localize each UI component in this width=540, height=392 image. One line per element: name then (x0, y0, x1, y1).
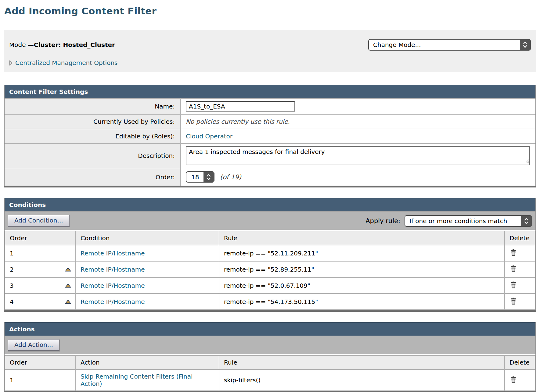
delete-trash-icon[interactable] (509, 265, 517, 273)
settings-row-name: Name: (5, 98, 535, 114)
apply-rule-wrap: Apply rule: If one or more conditions ma… (365, 215, 532, 227)
roles-label: Editable by (Roles): (5, 129, 181, 143)
move-up-icon[interactable] (65, 299, 71, 304)
condition-link[interactable]: Remote IP/Hostname (81, 282, 145, 289)
description-label: Description: (5, 144, 181, 168)
column-action: Action (76, 355, 219, 369)
action-order: 1 (5, 369, 76, 391)
condition-order: 4 (10, 298, 14, 305)
order-label: Order: (5, 168, 181, 186)
condition-rule: remote-ip == "52.0.67.109" (219, 277, 505, 294)
settings-row-description: Description: Area 1 inspected messages f… (5, 143, 535, 168)
page: Add Incoming Content Filter Mode —Cluste… (0, 0, 540, 392)
mode-prefix: Mode (9, 41, 28, 48)
action-link[interactable]: Skip Remaining Content Filters (Final Ac… (81, 373, 193, 387)
resize-grip-icon[interactable] (525, 157, 529, 164)
select-stepper-icon (203, 172, 214, 182)
actions-table: Order Action Rule Delete 1 Skip Remainin… (5, 355, 535, 391)
change-mode-select[interactable]: Change Mode... (368, 39, 531, 51)
mode-panel: Mode —Cluster: Hosted_Cluster Change Mod… (4, 30, 536, 72)
apply-rule-selected-value: If one or more conditions match (405, 216, 521, 226)
conditions-table: Order Condition Rule Delete 1 Remote IP/… (5, 231, 535, 310)
conditions-toolbar: Add Condition... Apply rule: If one or m… (5, 211, 535, 231)
settings-header: Content Filter Settings (5, 85, 535, 98)
order-selected-value: 18 (186, 172, 203, 182)
page-title: Add Incoming Content Filter (4, 5, 536, 16)
centralized-management-row: Centralized Management Options (9, 59, 531, 66)
column-delete: Delete (505, 355, 535, 369)
actions-header-row: Order Action Rule Delete (5, 355, 535, 369)
condition-order: 1 (5, 245, 76, 261)
name-label: Name: (5, 99, 181, 114)
condition-rule: remote-ip == "52.11.209.211" (219, 245, 505, 261)
select-stepper-icon (521, 216, 531, 226)
select-stepper-icon (520, 40, 530, 50)
name-input[interactable] (186, 101, 295, 112)
order-total: (of 19) (220, 173, 241, 181)
policies-label: Currently Used by Policies: (5, 115, 181, 129)
condition-link[interactable]: Remote IP/Hostname (81, 298, 145, 305)
condition-row: 1 Remote IP/Hostname remote-ip == "52.11… (5, 245, 535, 261)
actions-section: Actions Add Action... Order Action Rule … (4, 322, 536, 392)
action-rule: skip-filters() (219, 369, 505, 391)
add-condition-button[interactable]: Add Condition... (8, 215, 70, 227)
delete-trash-icon[interactable] (509, 248, 517, 256)
mode-row: Mode —Cluster: Hosted_Cluster Change Mod… (9, 39, 531, 51)
move-up-icon[interactable] (65, 283, 71, 288)
apply-rule-label: Apply rule: (365, 217, 400, 225)
column-rule: Rule (219, 231, 505, 245)
condition-row: 3 Remote IP/Hostname remote-ip == "52.0.… (5, 277, 535, 294)
actions-toolbar: Add Action... (5, 336, 535, 355)
condition-order: 3 (10, 282, 14, 289)
move-up-icon[interactable] (65, 267, 71, 272)
delete-trash-icon[interactable] (509, 281, 517, 289)
condition-link[interactable]: Remote IP/Hostname (81, 250, 145, 257)
delete-trash-icon[interactable] (509, 376, 517, 383)
centralized-management-link[interactable]: Centralized Management Options (15, 59, 118, 66)
description-textarea[interactable]: Area 1 inspected messages for final deli… (186, 146, 530, 165)
column-order: Order (5, 231, 76, 245)
condition-rule: remote-ip == "52.89.255.11" (219, 261, 505, 277)
mode-value: —Cluster: Hosted_Cluster (28, 41, 115, 48)
conditions-header-row: Order Condition Rule Delete (5, 231, 535, 245)
column-order: Order (5, 355, 76, 369)
settings-row-order: Order: 18 (of 19) (5, 168, 535, 186)
column-condition: Condition (76, 231, 219, 245)
condition-row: 2 Remote IP/Hostname remote-ip == "52.89… (5, 261, 535, 277)
policies-value: No policies currently use this rule. (181, 115, 535, 129)
condition-link[interactable]: Remote IP/Hostname (81, 266, 145, 273)
roles-link[interactable]: Cloud Operator (186, 133, 232, 140)
conditions-header: Conditions (5, 198, 535, 211)
condition-rule: remote-ip == "54.173.50.115" (219, 294, 505, 310)
add-action-button[interactable]: Add Action... (8, 339, 59, 351)
column-rule: Rule (219, 355, 505, 369)
settings-row-roles: Editable by (Roles): Cloud Operator (5, 129, 535, 143)
change-mode-selected-value: Change Mode... (369, 40, 520, 50)
conditions-section: Conditions Add Condition... Apply rule: … (4, 198, 536, 312)
content-filter-settings-section: Content Filter Settings Name: Currently … (4, 85, 536, 187)
actions-header: Actions (5, 322, 535, 336)
action-row: 1 Skip Remaining Content Filters (Final … (5, 369, 535, 391)
condition-order: 2 (10, 266, 14, 273)
order-select[interactable]: 18 (186, 171, 214, 183)
expand-triangle-icon[interactable] (9, 60, 13, 66)
settings-row-policies: Currently Used by Policies: No policies … (5, 114, 535, 129)
mode-label: Mode —Cluster: Hosted_Cluster (9, 41, 115, 48)
column-delete: Delete (505, 231, 535, 245)
delete-trash-icon[interactable] (509, 297, 517, 305)
apply-rule-select[interactable]: If one or more conditions match (405, 215, 532, 227)
condition-row: 4 Remote IP/Hostname remote-ip == "54.17… (5, 294, 535, 310)
